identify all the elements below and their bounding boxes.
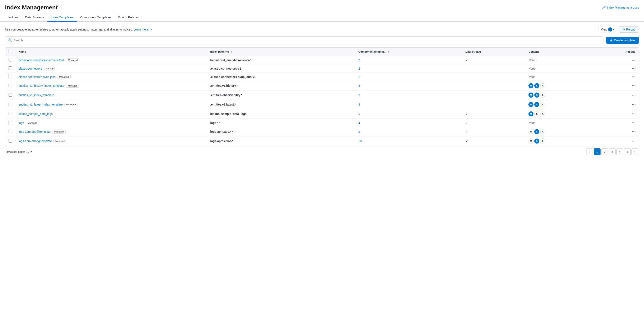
docs-link-icon: 🔗	[602, 6, 606, 9]
template-name-link[interactable]: logs	[18, 121, 24, 124]
data-stream-column-label: Data stream	[465, 50, 481, 53]
pagination-page-1[interactable]: 1	[594, 148, 600, 155]
view-button[interactable]: View 1 ▾	[598, 26, 617, 33]
page-header: Index Management 🔗 Index Management docs	[0, 0, 644, 11]
component-templates-column-label: Component templat...	[358, 50, 386, 53]
component-templates-count-link[interactable]: 3	[358, 94, 360, 97]
row-actions-button[interactable]	[595, 76, 636, 77]
template-name-link[interactable]: entities_v1_history_index_template	[18, 84, 64, 87]
nav-tabs: IndicesData StreamsIndex TemplatesCompon…	[0, 14, 644, 22]
pagination-page-3[interactable]: 3	[609, 148, 616, 155]
search-icon: 🔍	[8, 38, 12, 42]
actions-column-label: Actions	[626, 50, 636, 53]
row-checkbox[interactable]	[8, 66, 12, 70]
component-templates-count-link[interactable]: 10	[358, 140, 362, 143]
pagination-page-2[interactable]: 2	[601, 148, 608, 155]
template-name-link[interactable]: elastic-connectors-sync-jobs	[18, 75, 56, 78]
rows-per-page-chevron-icon: ▾	[30, 150, 32, 154]
index-pattern: .entities.v1.latest.*	[210, 103, 236, 106]
create-template-button[interactable]: ⊕ Create template	[606, 37, 639, 44]
mapping-badge: M	[528, 102, 534, 107]
row-actions-button[interactable]	[595, 141, 636, 142]
row-checkbox[interactable]	[8, 84, 12, 87]
docs-link[interactable]: 🔗 Index Management docs	[602, 6, 639, 9]
rows-per-page-control[interactable]: Rows per page: 10 ▾	[6, 150, 32, 154]
table-row: logs-apm.error@templateManagedlogs-apm.e…	[5, 136, 639, 146]
reload-icon: ↻	[622, 28, 625, 31]
index-patterns-column-header[interactable]: Index patterns ⇅	[207, 48, 355, 56]
row-checkbox[interactable]	[8, 121, 12, 124]
row-actions-button[interactable]	[595, 131, 636, 132]
select-all-header	[5, 48, 15, 56]
table-row: entities_v1_latest_index_templateManaged…	[5, 100, 639, 109]
table-container: Name ↑ Index patterns ⇅ Component templa…	[5, 48, 639, 146]
pagination-next-button[interactable]: ›	[632, 148, 638, 155]
content-area: Use composable index templates to automa…	[0, 22, 644, 160]
row-checkbox[interactable]	[8, 75, 12, 78]
select-all-checkbox[interactable]	[8, 50, 12, 53]
search-box: 🔍	[5, 36, 604, 44]
settings-badge: S	[534, 129, 539, 134]
row-checkbox[interactable]	[8, 130, 12, 133]
template-name-link[interactable]: entities_v1_index_template	[18, 94, 54, 97]
template-name-link[interactable]: logs-apm.error@template	[18, 140, 52, 143]
row-checkbox[interactable]	[8, 112, 12, 115]
component-templates-count-link[interactable]: 4	[358, 121, 360, 124]
nav-tab-enrich-policies[interactable]: Enrich Policies	[115, 14, 142, 22]
content-column-header: Content	[525, 48, 592, 56]
learn-more-link[interactable]: Learn more. ↗	[134, 28, 152, 31]
name-column-header[interactable]: Name ↑	[15, 48, 207, 56]
component-templates-count-link[interactable]: 3	[358, 103, 360, 106]
search-input[interactable]	[14, 39, 601, 42]
row-checkbox[interactable]	[8, 58, 12, 62]
row-actions-button[interactable]	[595, 104, 636, 105]
template-name-link[interactable]: elastic-connectors	[18, 67, 42, 70]
content-none: None	[528, 121, 535, 124]
pagination-page-5[interactable]: 5	[624, 148, 631, 155]
index-pattern: behavioral_analytics-events-*	[210, 58, 251, 62]
rows-per-page-value: 10	[26, 150, 29, 154]
row-checkbox[interactable]	[8, 102, 12, 106]
reload-button[interactable]: ↻ Reload	[619, 26, 639, 32]
data-stream-check-icon: ✓	[465, 140, 468, 143]
component-templates-count-link[interactable]: 3	[358, 84, 360, 87]
template-name-link[interactable]: logs-apm.app@template	[18, 130, 50, 133]
footer-row: Rows per page: 10 ▾ ‹12345›	[5, 146, 639, 156]
settings-badge: S	[534, 102, 539, 107]
index-pattern: logs-apm.error-*	[210, 140, 233, 143]
chevron-down-icon: ▾	[613, 28, 614, 31]
mapping-badge: M	[528, 112, 534, 116]
pagination-page-4[interactable]: 4	[616, 148, 623, 155]
component-templates-column-header[interactable]: Component templat... ⇅	[355, 48, 462, 56]
content-column-label: Content	[528, 50, 539, 53]
data-stream-check-icon: ✓	[465, 112, 468, 116]
name-column-label: Name	[18, 50, 26, 53]
component-templates-count-link[interactable]: 2	[358, 67, 360, 70]
toolbar-right: View 1 ▾ ↻ Reload	[598, 26, 639, 33]
template-name-link[interactable]: behavioral_analytics-events-default	[18, 58, 64, 62]
row-actions-button[interactable]	[595, 95, 636, 96]
row-actions-button[interactable]	[595, 122, 636, 123]
template-name-link[interactable]: kibana_sample_data_logs	[18, 112, 53, 116]
component-templates-count-link[interactable]: 2	[358, 58, 360, 62]
index-pattern: logs-*-*	[210, 121, 220, 124]
row-checkbox[interactable]	[8, 93, 12, 96]
row-actions-button[interactable]	[595, 60, 636, 60]
aliases-badge: A	[540, 129, 545, 134]
data-stream-check-icon: ✓	[465, 130, 468, 134]
row-actions-button[interactable]	[595, 85, 636, 86]
nav-tab-data-streams[interactable]: Data Streams	[22, 14, 48, 22]
nav-tab-indices[interactable]: Indices	[5, 14, 22, 22]
nav-tab-index-templates[interactable]: Index Templates	[48, 14, 77, 22]
view-label: View	[601, 28, 607, 31]
row-actions-button[interactable]	[595, 114, 636, 114]
content-badges: MSA	[528, 83, 588, 88]
index-templates-table: Name ↑ Index patterns ⇅ Component templa…	[5, 48, 639, 146]
template-name-link[interactable]: entities_v1_latest_index_template	[18, 103, 63, 106]
component-templates-count-link[interactable]: 2	[358, 75, 360, 78]
nav-tab-component-templates[interactable]: Component Templates	[77, 14, 115, 22]
component-templates-count-link[interactable]: 9	[358, 130, 360, 133]
row-actions-button[interactable]	[595, 68, 636, 69]
pagination-prev-button[interactable]: ‹	[586, 148, 593, 155]
row-checkbox[interactable]	[8, 139, 12, 142]
